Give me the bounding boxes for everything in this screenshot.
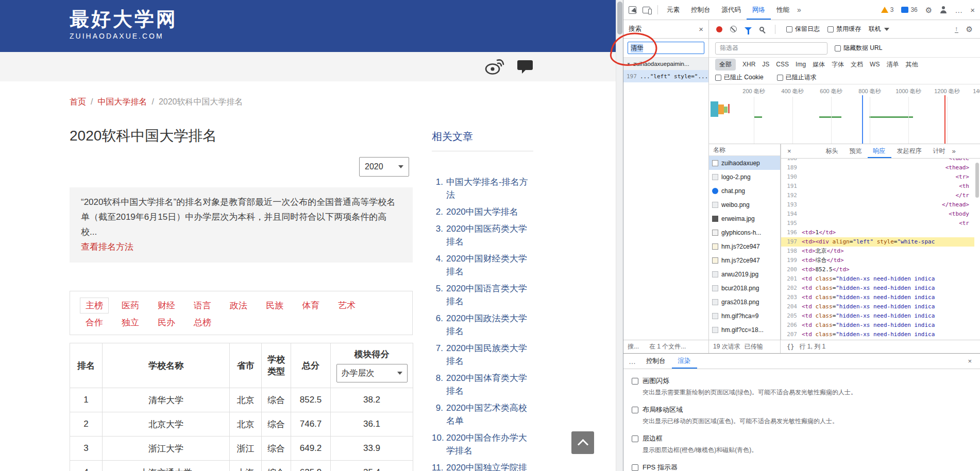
related-article-link[interactable]: 9.2020中国艺术类高校名单 bbox=[432, 402, 533, 427]
disable-cache-checkbox[interactable] bbox=[827, 26, 834, 32]
site-logo[interactable]: 最好大学网 ZUIHAODAXUE.COM bbox=[70, 8, 178, 40]
filter-chip[interactable]: XHR bbox=[742, 61, 755, 68]
network-request-row[interactable]: bcur2018.png bbox=[709, 281, 780, 295]
settings-gear-icon[interactable]: ⚙ bbox=[925, 6, 932, 14]
more-response-tabs-icon[interactable]: » bbox=[952, 147, 956, 155]
search-icon[interactable] bbox=[759, 27, 764, 31]
device-toolbar-icon[interactable] bbox=[643, 7, 650, 13]
network-request-row[interactable]: logo-2.png bbox=[709, 170, 780, 184]
network-request-row[interactable]: hm.gif?hca=9 bbox=[709, 309, 780, 323]
year-select[interactable]: 2020 bbox=[359, 157, 409, 177]
related-article-link[interactable]: 3.2020中国医药类大学排名 bbox=[432, 222, 533, 248]
clear-icon[interactable] bbox=[730, 26, 737, 32]
network-request-row[interactable]: weibo.png bbox=[709, 198, 780, 212]
record-icon[interactable] bbox=[716, 26, 722, 32]
network-request-row[interactable]: hm.gif?cc=18... bbox=[709, 323, 780, 337]
network-request-row[interactable]: erweima.jpg bbox=[709, 212, 780, 225]
filter-chip[interactable]: 全部 bbox=[715, 59, 736, 71]
category-tab[interactable]: 财经 bbox=[158, 300, 175, 311]
issues-badge[interactable]: 36 bbox=[901, 6, 917, 13]
preserve-log-toggle[interactable]: 保留日志 bbox=[786, 25, 820, 33]
drawer-tab[interactable]: 渲染 bbox=[672, 354, 697, 369]
network-request-row[interactable]: chat.png bbox=[709, 184, 780, 198]
back-to-top-button[interactable] bbox=[571, 431, 594, 454]
category-tab[interactable]: 体育 bbox=[302, 300, 319, 311]
throttling-select[interactable]: 联机 bbox=[869, 25, 889, 33]
filter-chip[interactable]: 其他 bbox=[905, 60, 918, 69]
response-tab[interactable]: 发起程序 bbox=[891, 144, 927, 158]
response-tab[interactable]: 标头 bbox=[820, 144, 844, 158]
more-panels-icon[interactable]: » bbox=[797, 6, 801, 14]
blocked-requests-toggle[interactable]: 已阻止请求 bbox=[777, 73, 817, 82]
response-scrollbar[interactable] bbox=[975, 161, 979, 338]
devtools-tab[interactable]: 网络 bbox=[747, 0, 771, 20]
related-article-link[interactable]: 1.中国大学排名-排名方法 bbox=[432, 176, 533, 201]
close-search-icon[interactable]: × bbox=[699, 25, 703, 33]
devtools-tab[interactable]: 源代码 bbox=[716, 0, 747, 20]
drawer-tab[interactable]: 控制台 bbox=[640, 354, 672, 369]
drawer-more-icon[interactable]: … bbox=[629, 357, 636, 365]
response-tab[interactable]: 计时 bbox=[927, 144, 951, 158]
hide-data-urls-toggle[interactable]: 隐藏数据 URL bbox=[835, 44, 882, 53]
filter-chip[interactable]: 字体 bbox=[832, 60, 844, 69]
category-tab[interactable]: 合作 bbox=[86, 317, 103, 328]
filter-chip[interactable]: 清单 bbox=[886, 60, 899, 69]
related-article-link[interactable]: 2.2020中国大学排名 bbox=[432, 205, 533, 218]
module-select[interactable]: 办学层次 bbox=[336, 364, 408, 382]
ranking-method-link[interactable]: 查看排名方法 bbox=[81, 239, 133, 254]
chat-icon[interactable] bbox=[516, 59, 534, 75]
blocked-cookies-toggle[interactable]: 已阻止 Cookie bbox=[715, 73, 764, 82]
network-timeline[interactable]: 200 毫秒400 毫秒600 毫秒800 毫秒1000 毫秒1200 毫秒14… bbox=[709, 85, 980, 144]
response-code-area[interactable]: 188<table189<thead>190<tr>191<th192</tr1… bbox=[781, 159, 980, 340]
preserve-log-checkbox[interactable] bbox=[786, 26, 792, 32]
category-tab[interactable]: 医药 bbox=[122, 300, 139, 311]
category-tab[interactable]: 独立 bbox=[122, 317, 139, 328]
network-request-row[interactable]: hm.js?2ce947 bbox=[709, 239, 780, 253]
weibo-icon[interactable] bbox=[485, 57, 505, 76]
close-drawer-icon[interactable]: × bbox=[968, 357, 972, 365]
related-article-link[interactable]: 8.2020中国体育类大学排名 bbox=[432, 372, 533, 397]
related-article-link[interactable]: 7.2020中国民族类大学排名 bbox=[432, 342, 533, 368]
breadcrumb-link[interactable]: 中国大学排名 bbox=[97, 97, 147, 106]
network-filter-input[interactable]: 筛选器 bbox=[715, 42, 827, 55]
category-tab[interactable]: 民族 bbox=[266, 300, 283, 311]
close-details-icon[interactable]: × bbox=[787, 147, 791, 155]
import-har-icon[interactable]: ↑ bbox=[955, 25, 958, 33]
related-article-link[interactable]: 4.2020中国财经类大学排名 bbox=[432, 252, 533, 278]
response-tab[interactable]: 响应 bbox=[868, 144, 891, 158]
rendering-option-checkbox[interactable] bbox=[632, 378, 638, 385]
category-tab[interactable]: 主榜 bbox=[80, 298, 109, 313]
related-article-link[interactable]: 5.2020中国语言类大学排名 bbox=[432, 282, 533, 308]
filter-chip[interactable]: CSS bbox=[776, 61, 789, 68]
network-request-row[interactable]: hm.js?2ce947 bbox=[709, 253, 780, 267]
inspect-element-icon[interactable] bbox=[629, 6, 636, 14]
search-result-line[interactable]: 197 ..."left" style="... bbox=[623, 70, 708, 82]
related-article-link[interactable]: 10.2020中国合作办学大学排名 bbox=[432, 431, 533, 457]
network-request-row[interactable]: zuihaodaxuep bbox=[709, 156, 780, 170]
devtools-tab[interactable]: 元素 bbox=[661, 0, 685, 20]
network-request-row[interactable]: gras2018.png bbox=[709, 295, 780, 309]
search-input[interactable]: 清华 bbox=[628, 42, 704, 54]
related-article-link[interactable]: 6.2020中国政法类大学排名 bbox=[432, 312, 533, 338]
category-tab[interactable]: 民办 bbox=[158, 317, 175, 328]
filter-chip[interactable]: 文档 bbox=[851, 60, 863, 69]
search-result-file[interactable]: ▼ zuihaodaxuepaimin... bbox=[623, 58, 708, 70]
page-scrollbar[interactable] bbox=[616, 0, 623, 471]
response-scrollbar-thumb[interactable] bbox=[975, 163, 979, 198]
filter-chip[interactable]: 媒体 bbox=[813, 60, 825, 69]
category-tab[interactable]: 语言 bbox=[194, 300, 211, 311]
scrollbar-thumb[interactable] bbox=[617, 2, 622, 34]
rendering-option-checkbox[interactable] bbox=[632, 407, 638, 413]
blocked-requests-checkbox[interactable] bbox=[777, 75, 783, 81]
devtools-tab[interactable]: 性能 bbox=[771, 0, 795, 20]
network-request-row[interactable]: glyphicons-h... bbox=[709, 225, 780, 239]
expand-triangle-icon[interactable]: ▼ bbox=[627, 62, 631, 66]
devtools-tab[interactable]: 控制台 bbox=[685, 0, 716, 20]
filter-chip[interactable]: Img bbox=[796, 61, 806, 68]
disable-cache-toggle[interactable]: 禁用缓存 bbox=[827, 25, 861, 33]
network-settings-gear-icon[interactable]: ⚙ bbox=[966, 25, 973, 33]
rendering-option-checkbox[interactable] bbox=[632, 464, 638, 471]
category-tab[interactable]: 政法 bbox=[230, 300, 247, 311]
blocked-cookies-checkbox[interactable] bbox=[715, 75, 721, 81]
breadcrumb-link[interactable]: 首页 bbox=[70, 97, 86, 106]
